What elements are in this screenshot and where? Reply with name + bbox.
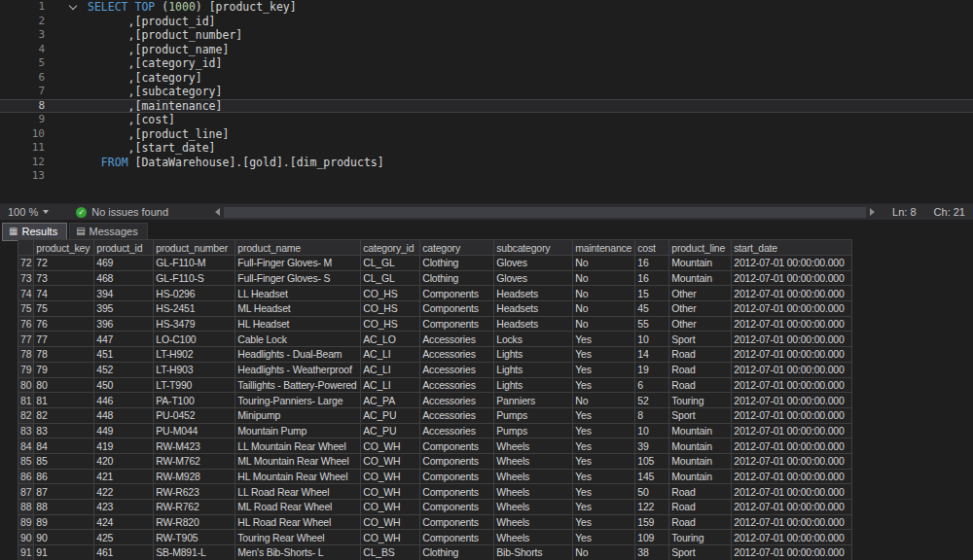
grid-cell[interactable]: Lights — [494, 347, 573, 363]
grid-cell[interactable]: 2012-07-01 00:00:00.000 — [732, 377, 852, 393]
grid-cell[interactable]: Bib-Shorts — [494, 545, 573, 560]
grid-cell[interactable]: LL Mountain Rear Wheel — [235, 438, 361, 454]
grid-cell[interactable]: 421 — [94, 469, 154, 484]
grid-cell[interactable]: 423 — [94, 500, 154, 515]
grid-cell[interactable]: 447 — [94, 332, 154, 347]
column-header-product_name[interactable]: product_name — [235, 240, 361, 256]
grid-cell[interactable]: Yes — [573, 377, 635, 393]
grid-cell[interactable]: 2012-07-01 00:00:00.000 — [732, 347, 852, 363]
grid-cell[interactable]: 105 — [635, 453, 669, 469]
grid-cell[interactable]: 38 — [635, 545, 669, 560]
editor-line[interactable]: 4 ,[product_name] — [0, 43, 973, 57]
grid-cell[interactable]: Yes — [573, 530, 635, 545]
grid-cell[interactable]: AC_PU — [361, 423, 420, 438]
grid-cell[interactable]: AC_LI — [361, 347, 420, 363]
grid-cell[interactable]: ML Road Rear Wheel — [235, 500, 361, 515]
horizontal-scrollbar[interactable] — [211, 204, 879, 220]
grid-cell[interactable]: Yes — [573, 514, 635, 530]
grid-cell[interactable]: RW-M762 — [154, 453, 235, 469]
grid-cell[interactable]: Components — [420, 438, 494, 454]
editor-line[interactable]: 9 ,[cost] — [0, 113, 973, 127]
grid-cell[interactable]: 394 — [94, 286, 154, 301]
grid-cell[interactable]: Components — [420, 286, 494, 301]
grid-cell[interactable]: Road — [669, 500, 732, 515]
grid-cell[interactable]: 79 — [34, 362, 94, 377]
grid-cell[interactable]: 2012-07-01 00:00:00.000 — [732, 530, 852, 545]
grid-cell[interactable]: Mountain — [669, 270, 732, 286]
grid-cell[interactable]: Accessories — [420, 362, 494, 377]
grid-cell[interactable]: Gloves — [494, 256, 573, 271]
grid-cell[interactable]: 395 — [94, 301, 154, 317]
editor-line[interactable]: 3 ,[product_number] — [0, 28, 973, 43]
grid-cell[interactable]: LO-C100 — [154, 332, 235, 347]
grid-cell[interactable]: Gloves — [494, 270, 573, 286]
grid-cell[interactable]: CO_WH — [361, 484, 420, 500]
grid-cell[interactable]: Yes — [573, 500, 635, 515]
grid-cell[interactable]: 82 — [34, 407, 94, 423]
grid-cell[interactable]: RW-R623 — [154, 484, 235, 500]
grid-cell[interactable]: Accessories — [420, 393, 494, 408]
row-number[interactable]: 77 — [18, 332, 34, 347]
column-header-product_number[interactable]: product_number — [154, 240, 235, 256]
grid-cell[interactable]: AC_PU — [361, 407, 420, 423]
grid-cell[interactable]: Yes — [573, 362, 635, 377]
grid-cell[interactable]: Sport — [669, 407, 732, 423]
column-header-subcategory[interactable]: subcategory — [494, 240, 573, 256]
grid-cell[interactable]: 6 — [635, 377, 669, 393]
grid-cell[interactable]: Touring-Panniers- Large — [235, 393, 361, 408]
grid-cell[interactable]: No — [573, 301, 635, 317]
row-number[interactable]: 84 — [18, 438, 34, 454]
grid-cell[interactable]: 122 — [635, 500, 669, 515]
grid-cell[interactable]: 52 — [635, 393, 669, 408]
grid-cell[interactable]: 450 — [94, 377, 154, 393]
grid-cell[interactable]: Clothing — [420, 256, 494, 271]
grid-cell[interactable]: Components — [420, 484, 494, 500]
grid-cell[interactable]: 85 — [34, 453, 94, 469]
grid-cell[interactable]: 84 — [34, 438, 94, 454]
grid-cell[interactable]: GL-F110-S — [154, 270, 235, 286]
grid-cell[interactable]: 87 — [34, 484, 94, 500]
column-header-maintenance[interactable]: maintenance — [573, 240, 635, 256]
editor-line[interactable]: 11 ,[start_date] — [0, 141, 973, 156]
grid-cell[interactable]: 81 — [34, 393, 94, 408]
row-number[interactable]: 83 — [18, 423, 34, 438]
grid-cell[interactable]: Mountain — [669, 438, 732, 454]
grid-cell[interactable]: Full-Finger Gloves- S — [235, 270, 361, 286]
row-number[interactable]: 72 — [18, 256, 34, 271]
grid-cell[interactable]: 2012-07-01 00:00:00.000 — [732, 500, 852, 515]
scrollbar-track[interactable] — [224, 206, 866, 219]
grid-cell[interactable]: 76 — [34, 316, 94, 332]
row-number[interactable]: 82 — [18, 407, 34, 423]
grid-cell[interactable]: ML Headset — [235, 301, 361, 317]
grid-cell[interactable]: 74 — [34, 286, 94, 301]
grid-cell[interactable]: Road — [669, 347, 732, 363]
grid-cell[interactable]: 2012-07-01 00:00:00.000 — [732, 438, 852, 454]
grid-cell[interactable]: Road — [669, 362, 732, 377]
column-header-start_date[interactable]: start_date — [732, 240, 852, 256]
grid-cell[interactable]: Components — [420, 500, 494, 515]
grid-cell[interactable]: 451 — [94, 347, 154, 363]
grid-cell[interactable]: Pumps — [494, 407, 573, 423]
grid-cell[interactable]: 159 — [635, 514, 669, 530]
grid-cell[interactable]: Mountain Pump — [235, 423, 361, 438]
grid-cell[interactable]: No — [573, 545, 635, 560]
grid-cell[interactable]: Road — [669, 484, 732, 500]
grid-cell[interactable]: LL Headset — [235, 286, 361, 301]
grid-cell[interactable]: 72 — [34, 256, 94, 271]
grid-cell[interactable]: Yes — [573, 469, 635, 484]
grid-cell[interactable]: CL_BS — [361, 545, 420, 560]
grid-cell[interactable]: 2012-07-01 00:00:00.000 — [732, 286, 852, 301]
grid-cell[interactable]: No — [573, 393, 635, 408]
grid-cell[interactable]: 15 — [635, 286, 669, 301]
grid-cell[interactable]: 77 — [34, 332, 94, 347]
row-number[interactable]: 78 — [18, 347, 34, 363]
grid-cell[interactable]: Cable Lock — [235, 332, 361, 347]
grid-cell[interactable]: No — [573, 270, 635, 286]
grid-cell[interactable]: 16 — [635, 270, 669, 286]
grid-cell[interactable]: Sport — [669, 332, 732, 347]
grid-cell[interactable]: 2012-07-01 00:00:00.000 — [732, 545, 852, 560]
grid-cell[interactable]: Mountain — [669, 423, 732, 438]
grid-cell[interactable]: Headsets — [494, 301, 573, 317]
grid-cell[interactable]: 461 — [94, 545, 154, 560]
grid-cell[interactable]: PU-0452 — [154, 407, 235, 423]
